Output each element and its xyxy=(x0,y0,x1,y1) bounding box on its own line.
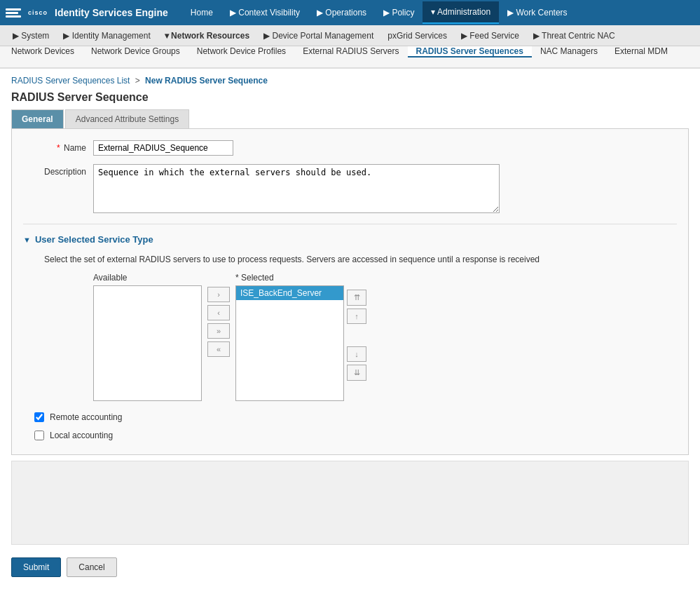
tab-network-device-groups[interactable]: Network Device Groups xyxy=(83,46,188,67)
section-toggle-icon: ▼ xyxy=(23,236,31,244)
top-nav-links: Home ▶ Context Visibility ▶ Operations ▶… xyxy=(182,1,694,24)
available-column: Available xyxy=(93,273,202,401)
selected-list[interactable]: ISE_BackEnd_Server xyxy=(235,285,344,401)
move-top-button[interactable]: ⇈ xyxy=(347,290,366,306)
tab-network-device-profiles[interactable]: Network Device Profiles xyxy=(188,46,294,67)
remote-accounting-checkbox[interactable] xyxy=(34,412,44,422)
second-nav-link-feed[interactable]: ▶ Feed Service xyxy=(454,27,526,45)
section-content: Select the set of external RADIUS server… xyxy=(23,249,677,407)
second-nav-link-network-resources[interactable]: ▾ Network Resources xyxy=(158,27,256,45)
selected-label: * Selected xyxy=(235,273,344,283)
name-required-star: * xyxy=(57,143,60,153)
nav-link-home[interactable]: Home xyxy=(182,2,221,23)
move-right-button[interactable]: › xyxy=(207,287,230,302)
nav-link-context[interactable]: ▶ Context Visibility xyxy=(221,2,308,23)
breadcrumb-separator: > xyxy=(135,76,140,86)
nav-item-home[interactable]: Home xyxy=(182,2,221,23)
local-accounting-row: Local accounting xyxy=(23,425,677,443)
transfer-area: Available › ‹ » « * Selected ISE_BackEnd… xyxy=(23,273,677,401)
local-accounting-checkbox[interactable] xyxy=(34,431,44,440)
submit-button[interactable]: Submit xyxy=(11,557,61,577)
main-content: * Name Description Sequence in which the… xyxy=(11,128,689,455)
tab-nac-managers[interactable]: NAC Managers xyxy=(532,46,606,67)
top-navbar: cisco Identity Services Engine Home ▶ Co… xyxy=(0,0,700,25)
tab-external-radius-servers[interactable]: External RADIUS Servers xyxy=(294,46,407,67)
breadcrumb-list-link[interactable]: RADIUS Server Sequences List xyxy=(11,76,130,86)
tab-link-nac-managers[interactable]: NAC Managers xyxy=(532,46,606,57)
divider xyxy=(23,224,677,224)
tab-external-mdm[interactable]: External MDM xyxy=(606,46,676,67)
move-bottom-button[interactable]: ⇊ xyxy=(347,365,366,381)
nav-item-operations[interactable]: ▶ Operations xyxy=(308,2,375,23)
name-input-wrapper xyxy=(93,140,233,156)
section-title: User Selected Service Type xyxy=(35,234,153,245)
tab-link-network-device-groups[interactable]: Network Device Groups xyxy=(83,46,188,57)
footer-buttons: Submit Cancel xyxy=(0,550,700,584)
cisco-logo xyxy=(6,8,21,18)
remote-accounting-row: Remote accounting xyxy=(23,407,677,425)
nav-link-policy[interactable]: ▶ Policy xyxy=(375,2,423,23)
third-nav-links: Network Devices Network Device Groups Ne… xyxy=(3,46,676,67)
selected-list-item[interactable]: ISE_BackEnd_Server xyxy=(236,286,343,300)
available-list[interactable] xyxy=(93,285,202,401)
order-buttons: ⇈ ↑ ↓ ⇊ xyxy=(347,273,366,381)
name-label: * Name xyxy=(23,140,93,153)
selected-column: * Selected ISE_BackEnd_Server xyxy=(235,273,344,401)
second-nav-link-system[interactable]: ▶ System xyxy=(6,27,56,45)
nav-item-administration[interactable]: ▾ Administration xyxy=(423,1,499,24)
name-label-text: Name xyxy=(64,143,86,153)
nav-link-workcenters[interactable]: ▶ Work Centers xyxy=(499,2,575,23)
second-nav-device-portal[interactable]: ▶ Device Portal Management xyxy=(256,27,380,45)
nav-link-administration[interactable]: ▾ Administration xyxy=(423,1,499,24)
section-header-user-service[interactable]: ▼ User Selected Service Type xyxy=(23,227,677,249)
second-nav-network-resources[interactable]: ▾ Network Resources xyxy=(158,27,256,45)
second-nav-pxgrid[interactable]: pxGrid Services xyxy=(380,27,454,45)
content-tab-general[interactable]: General xyxy=(11,109,64,128)
second-nav-link-threat[interactable]: ▶ Threat Centric NAC xyxy=(526,27,622,45)
description-label: Description xyxy=(23,164,93,177)
local-accounting-label[interactable]: Local accounting xyxy=(50,431,113,440)
second-nav-feed[interactable]: ▶ Feed Service xyxy=(454,27,526,45)
section-description: Select the set of external RADIUS server… xyxy=(23,255,677,264)
second-nav-link-device-portal[interactable]: ▶ Device Portal Management xyxy=(256,27,380,45)
cancel-button[interactable]: Cancel xyxy=(67,557,116,577)
content-tab-advanced[interactable]: Advanced Attribute Settings xyxy=(65,109,189,128)
cisco-logo-text: cisco xyxy=(28,9,48,16)
tab-link-radius-server-sequences[interactable]: RADIUS Server Sequences xyxy=(408,46,532,57)
remote-accounting-label[interactable]: Remote accounting xyxy=(50,412,122,422)
tab-radius-server-sequences[interactable]: RADIUS Server Sequences xyxy=(408,46,532,67)
tab-link-network-device-profiles[interactable]: Network Device Profiles xyxy=(188,46,294,57)
description-input-wrapper: Sequence in which the external servers s… xyxy=(93,164,500,215)
move-all-left-button[interactable]: « xyxy=(207,341,230,357)
name-input[interactable] xyxy=(93,140,233,156)
nav-item-workcenters[interactable]: ▶ Work Centers xyxy=(499,2,575,23)
available-label: Available xyxy=(93,273,202,283)
second-nav-identity[interactable]: ▶ Identity Management xyxy=(56,27,157,45)
third-navbar: Network Devices Network Device Groups Ne… xyxy=(0,46,700,69)
breadcrumb: RADIUS Server Sequences List > New RADIU… xyxy=(0,69,700,88)
bottom-gray-area xyxy=(11,461,689,545)
move-up-button[interactable]: ↑ xyxy=(347,309,366,324)
second-nav-links: ▶ System ▶ Identity Management ▾ Network… xyxy=(6,27,622,45)
name-form-row: * Name xyxy=(23,140,677,156)
second-nav-threat[interactable]: ▶ Threat Centric NAC xyxy=(526,27,622,45)
breadcrumb-current: New RADIUS Server Sequence xyxy=(145,76,268,86)
second-nav-link-pxgrid[interactable]: pxGrid Services xyxy=(380,27,454,45)
second-nav-link-identity[interactable]: ▶ Identity Management xyxy=(56,27,157,45)
move-left-button[interactable]: ‹ xyxy=(207,305,230,320)
transfer-buttons: › ‹ » « xyxy=(205,273,233,357)
nav-link-operations[interactable]: ▶ Operations xyxy=(308,2,375,23)
tab-link-network-devices[interactable]: Network Devices xyxy=(3,46,83,57)
tab-network-devices[interactable]: Network Devices xyxy=(3,46,83,67)
tab-link-external-mdm[interactable]: External MDM xyxy=(606,46,676,57)
tab-link-external-radius-servers[interactable]: External RADIUS Servers xyxy=(294,46,407,57)
second-navbar: ▶ System ▶ Identity Management ▾ Network… xyxy=(0,25,700,46)
description-textarea[interactable]: Sequence in which the external servers s… xyxy=(93,164,500,213)
nav-item-context[interactable]: ▶ Context Visibility xyxy=(221,2,308,23)
app-title: Identity Services Engine xyxy=(55,7,168,18)
move-all-right-button[interactable]: » xyxy=(207,323,230,339)
second-nav-system[interactable]: ▶ System xyxy=(6,27,56,45)
nav-item-policy[interactable]: ▶ Policy xyxy=(375,2,423,23)
move-down-button[interactable]: ↓ xyxy=(347,346,366,362)
content-tabs: General Advanced Attribute Settings xyxy=(0,109,700,128)
